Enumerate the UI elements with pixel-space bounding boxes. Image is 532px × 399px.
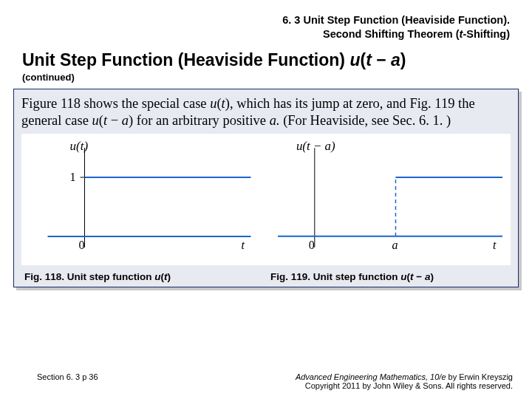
title-u: u xyxy=(349,50,360,69)
body-t3: for an arbitrary positive xyxy=(133,113,269,128)
footer: Section 6. 3 p 36 Advanced Engineering M… xyxy=(0,372,532,390)
footer-left: Section 6. 3 p 36 xyxy=(37,372,98,390)
title-main: Unit Step Function (Heaviside Function) xyxy=(22,50,349,69)
caption-119: Fig. 119. Unit step function u(t − a) xyxy=(270,271,508,282)
body-t4: (For Heaviside, see Sec. 6. 1. ) xyxy=(280,113,451,128)
cap118-cl: ) xyxy=(168,271,171,282)
fig118-fn-label: u(t) xyxy=(70,139,89,153)
header-line2b: -Shifting) xyxy=(463,28,510,40)
body-a3: a. xyxy=(270,113,280,128)
cap119-m: − xyxy=(414,271,425,282)
cap119-cl: ) xyxy=(430,271,434,282)
content-box: Figure 118 shows the special case u(t), … xyxy=(13,89,519,287)
fig118-origin: 0 xyxy=(79,239,85,251)
title-open: ( xyxy=(360,50,366,69)
fig119-origin: 0 xyxy=(309,239,315,251)
header-line1: 6. 3 Unit Step Function (Heaviside Funct… xyxy=(282,14,510,26)
body-t1: Figure 118 shows the special case xyxy=(21,96,210,111)
fig118-t-axis: t xyxy=(242,239,245,251)
cap119-u: u xyxy=(400,271,406,282)
title-minus: − xyxy=(372,50,391,69)
book-author: by Erwin Kreyszig xyxy=(446,372,513,381)
captions-row: Fig. 118. Unit step function u(t) Fig. 1… xyxy=(21,268,511,282)
figure-119: u(t − a) 0 a t xyxy=(270,137,506,262)
footer-right: Advanced Engineering Mathematics, 10/e b… xyxy=(296,372,513,390)
copyright: Copyright 2011 by John Wiley & Sons. All… xyxy=(296,381,513,390)
fig119-t-axis: t xyxy=(493,239,497,251)
cap118-u: u xyxy=(154,271,160,282)
book-title: Advanced Engineering Mathematics, 10/e xyxy=(296,372,446,381)
body-minus2: − xyxy=(107,113,122,128)
fig119-fn-label: u(t − a) xyxy=(296,139,335,153)
title-a: a xyxy=(391,50,400,69)
subtitle: (continued) xyxy=(0,70,532,87)
figures-row: u(t) 1 0 t u(t − a) xyxy=(21,134,511,265)
cap119-num: Fig. 119. xyxy=(270,271,310,282)
fig118-tick1: 1 xyxy=(70,171,76,183)
title-close: ) xyxy=(400,50,406,69)
section-header: 6. 3 Unit Step Function (Heaviside Funct… xyxy=(0,0,532,47)
header-line2a: Second Shifting Theorem ( xyxy=(323,28,459,40)
page-title: Unit Step Function (Heaviside Function) … xyxy=(0,47,532,70)
figure-118: u(t) 1 0 t xyxy=(26,137,262,262)
cap118-txt: Unit step function xyxy=(64,271,154,282)
body-u2: u xyxy=(92,113,99,128)
fig119-a: a xyxy=(392,239,398,251)
cap118-num: Fig. 118. xyxy=(24,271,64,282)
cap119-txt: Unit step function xyxy=(310,271,400,282)
body-a2: a xyxy=(122,113,129,128)
title-t: t xyxy=(366,50,372,69)
caption-118: Fig. 118. Unit step function u(t) xyxy=(24,271,262,282)
body-paragraph: Figure 118 shows the special case u(t), … xyxy=(21,95,511,129)
